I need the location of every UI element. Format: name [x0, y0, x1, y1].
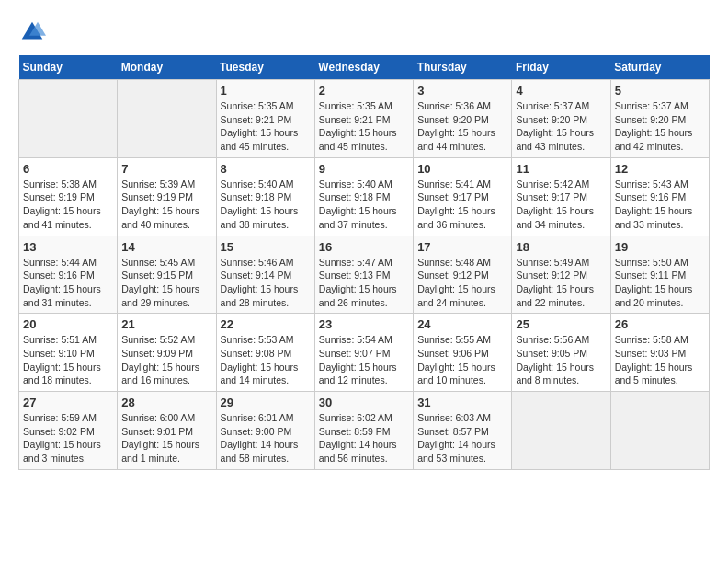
day-info: Sunrise: 5:51 AM Sunset: 9:10 PM Dayligh…	[23, 333, 113, 387]
calendar-table: SundayMondayTuesdayWednesdayThursdayFrid…	[18, 55, 710, 470]
header-row: SundayMondayTuesdayWednesdayThursdayFrid…	[19, 55, 710, 80]
calendar-cell	[118, 80, 216, 158]
day-number: 22	[221, 317, 311, 331]
day-number: 16	[319, 240, 409, 254]
day-number: 3	[417, 84, 507, 98]
day-number: 29	[221, 396, 311, 409]
calendar-cell: 5Sunrise: 5:37 AM Sunset: 9:20 PM Daylig…	[610, 80, 709, 158]
day-number: 12	[615, 162, 705, 176]
logo	[18, 18, 50, 46]
header-day-tuesday: Tuesday	[216, 55, 314, 80]
header-day-monday: Monday	[118, 55, 216, 80]
day-info: Sunrise: 6:01 AM Sunset: 9:00 PM Dayligh…	[221, 411, 311, 465]
day-info: Sunrise: 5:37 AM Sunset: 9:20 PM Dayligh…	[516, 99, 606, 154]
day-number: 13	[23, 240, 113, 254]
day-number: 9	[319, 162, 409, 176]
day-number: 27	[23, 396, 113, 409]
day-info: Sunrise: 5:55 AM Sunset: 9:06 PM Dayligh…	[417, 333, 507, 387]
day-info: Sunrise: 5:52 AM Sunset: 9:09 PM Dayligh…	[121, 333, 211, 387]
calendar-cell	[610, 392, 709, 470]
day-info: Sunrise: 5:47 AM Sunset: 9:13 PM Dayligh…	[319, 256, 409, 310]
calendar-cell: 10Sunrise: 5:41 AM Sunset: 9:17 PM Dayli…	[414, 157, 512, 236]
week-row-4: 20Sunrise: 5:51 AM Sunset: 9:10 PM Dayli…	[19, 314, 710, 392]
day-number: 20	[23, 317, 113, 331]
calendar-cell: 25Sunrise: 5:56 AM Sunset: 9:05 PM Dayli…	[512, 314, 610, 392]
calendar-cell: 8Sunrise: 5:40 AM Sunset: 9:18 PM Daylig…	[216, 157, 314, 236]
calendar-cell: 2Sunrise: 5:35 AM Sunset: 9:21 PM Daylig…	[314, 80, 413, 158]
day-info: Sunrise: 5:35 AM Sunset: 9:21 PM Dayligh…	[221, 99, 311, 154]
day-info: Sunrise: 5:45 AM Sunset: 9:15 PM Dayligh…	[121, 256, 211, 310]
calendar-cell: 28Sunrise: 6:00 AM Sunset: 9:01 PM Dayli…	[118, 392, 216, 470]
day-number: 15	[221, 240, 311, 254]
day-info: Sunrise: 5:56 AM Sunset: 9:05 PM Dayligh…	[516, 333, 606, 387]
week-row-3: 13Sunrise: 5:44 AM Sunset: 9:16 PM Dayli…	[19, 236, 710, 314]
header-day-friday: Friday	[512, 55, 610, 80]
header-day-wednesday: Wednesday	[314, 55, 413, 80]
day-number: 30	[319, 396, 409, 409]
calendar-cell: 18Sunrise: 5:49 AM Sunset: 9:12 PM Dayli…	[512, 236, 610, 314]
calendar-cell: 23Sunrise: 5:54 AM Sunset: 9:07 PM Dayli…	[314, 314, 413, 392]
day-info: Sunrise: 5:59 AM Sunset: 9:02 PM Dayligh…	[23, 411, 113, 465]
day-info: Sunrise: 6:02 AM Sunset: 8:59 PM Dayligh…	[319, 411, 409, 465]
day-info: Sunrise: 5:38 AM Sunset: 9:19 PM Dayligh…	[23, 178, 113, 232]
day-info: Sunrise: 5:50 AM Sunset: 9:11 PM Dayligh…	[615, 256, 705, 310]
day-number: 23	[319, 317, 409, 331]
week-row-2: 6Sunrise: 5:38 AM Sunset: 9:19 PM Daylig…	[19, 157, 710, 236]
day-number: 24	[417, 317, 507, 331]
day-info: Sunrise: 5:53 AM Sunset: 9:08 PM Dayligh…	[221, 333, 311, 387]
day-info: Sunrise: 5:37 AM Sunset: 9:20 PM Dayligh…	[615, 99, 705, 154]
logo-icon	[18, 18, 46, 46]
day-info: Sunrise: 6:03 AM Sunset: 8:57 PM Dayligh…	[417, 411, 507, 465]
calendar-cell: 15Sunrise: 5:46 AM Sunset: 9:14 PM Dayli…	[216, 236, 314, 314]
day-number: 19	[615, 240, 705, 254]
day-number: 10	[417, 162, 507, 176]
day-number: 21	[121, 317, 211, 331]
calendar-cell: 13Sunrise: 5:44 AM Sunset: 9:16 PM Dayli…	[19, 236, 118, 314]
calendar-cell: 27Sunrise: 5:59 AM Sunset: 9:02 PM Dayli…	[19, 392, 118, 470]
header-day-sunday: Sunday	[19, 55, 118, 80]
day-info: Sunrise: 5:35 AM Sunset: 9:21 PM Dayligh…	[319, 99, 409, 154]
header-day-saturday: Saturday	[610, 55, 709, 80]
day-number: 4	[516, 84, 606, 98]
day-info: Sunrise: 5:58 AM Sunset: 9:03 PM Dayligh…	[615, 333, 705, 387]
calendar-cell: 29Sunrise: 6:01 AM Sunset: 9:00 PM Dayli…	[216, 392, 314, 470]
day-info: Sunrise: 5:36 AM Sunset: 9:20 PM Dayligh…	[417, 99, 507, 154]
calendar-cell: 20Sunrise: 5:51 AM Sunset: 9:10 PM Dayli…	[19, 314, 118, 392]
calendar-cell: 1Sunrise: 5:35 AM Sunset: 9:21 PM Daylig…	[216, 80, 314, 158]
calendar-cell: 19Sunrise: 5:50 AM Sunset: 9:11 PM Dayli…	[610, 236, 709, 314]
calendar-cell: 11Sunrise: 5:42 AM Sunset: 9:17 PM Dayli…	[512, 157, 610, 236]
calendar-cell: 26Sunrise: 5:58 AM Sunset: 9:03 PM Dayli…	[610, 314, 709, 392]
day-number: 14	[121, 240, 211, 254]
day-info: Sunrise: 5:43 AM Sunset: 9:16 PM Dayligh…	[615, 178, 705, 232]
day-number: 2	[319, 84, 409, 98]
day-number: 26	[615, 317, 705, 331]
calendar-cell: 16Sunrise: 5:47 AM Sunset: 9:13 PM Dayli…	[314, 236, 413, 314]
week-row-5: 27Sunrise: 5:59 AM Sunset: 9:02 PM Dayli…	[19, 392, 710, 470]
day-number: 17	[417, 240, 507, 254]
calendar-cell	[512, 392, 610, 470]
calendar-cell: 22Sunrise: 5:53 AM Sunset: 9:08 PM Dayli…	[216, 314, 314, 392]
day-info: Sunrise: 5:40 AM Sunset: 9:18 PM Dayligh…	[319, 178, 409, 232]
calendar-cell: 31Sunrise: 6:03 AM Sunset: 8:57 PM Dayli…	[414, 392, 512, 470]
day-number: 31	[417, 396, 507, 409]
day-info: Sunrise: 5:40 AM Sunset: 9:18 PM Dayligh…	[221, 178, 311, 232]
day-info: Sunrise: 5:42 AM Sunset: 9:17 PM Dayligh…	[516, 178, 606, 232]
calendar-cell: 14Sunrise: 5:45 AM Sunset: 9:15 PM Dayli…	[118, 236, 216, 314]
calendar-cell: 30Sunrise: 6:02 AM Sunset: 8:59 PM Dayli…	[314, 392, 413, 470]
header-day-thursday: Thursday	[414, 55, 512, 80]
day-number: 6	[23, 162, 113, 176]
day-number: 11	[516, 162, 606, 176]
calendar-cell: 12Sunrise: 5:43 AM Sunset: 9:16 PM Dayli…	[610, 157, 709, 236]
day-number: 8	[221, 162, 311, 176]
week-row-1: 1Sunrise: 5:35 AM Sunset: 9:21 PM Daylig…	[19, 80, 710, 158]
calendar-cell: 3Sunrise: 5:36 AM Sunset: 9:20 PM Daylig…	[414, 80, 512, 158]
calendar-cell: 24Sunrise: 5:55 AM Sunset: 9:06 PM Dayli…	[414, 314, 512, 392]
day-number: 25	[516, 317, 606, 331]
day-number: 5	[615, 84, 705, 98]
day-number: 18	[516, 240, 606, 254]
day-info: Sunrise: 5:44 AM Sunset: 9:16 PM Dayligh…	[23, 256, 113, 310]
calendar-cell: 21Sunrise: 5:52 AM Sunset: 9:09 PM Dayli…	[118, 314, 216, 392]
day-info: Sunrise: 5:48 AM Sunset: 9:12 PM Dayligh…	[417, 256, 507, 310]
calendar-body: 1Sunrise: 5:35 AM Sunset: 9:21 PM Daylig…	[19, 80, 710, 470]
day-info: Sunrise: 5:54 AM Sunset: 9:07 PM Dayligh…	[319, 333, 409, 387]
